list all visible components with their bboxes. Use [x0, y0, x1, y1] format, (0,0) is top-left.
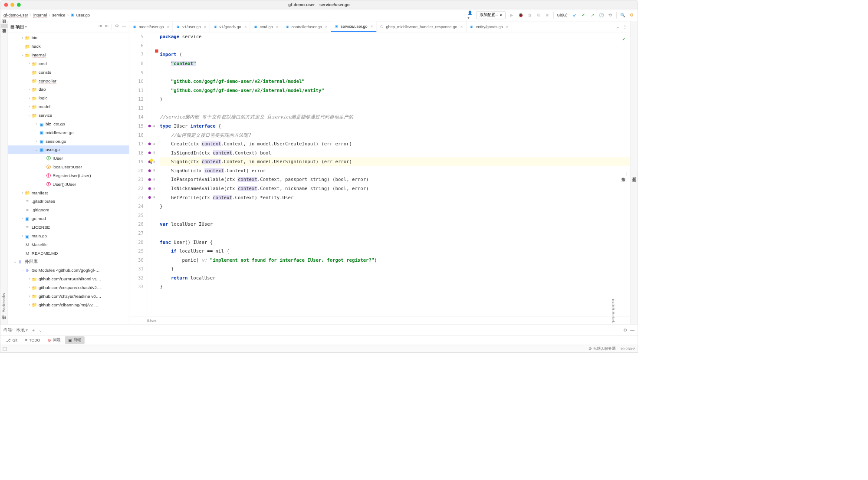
coverage-button[interactable]: ◑	[526, 12, 532, 18]
inspection-ok-icon[interactable]: ✔	[622, 34, 625, 43]
tool-tab-terminal[interactable]: ▣终端	[65, 336, 85, 344]
marker-gutter[interactable]: ⬇⬇⬇⬇💡⬇⬇⬇⬇	[147, 32, 159, 316]
code-line[interactable]: SignOut(ctx context.Context) error	[160, 166, 630, 175]
code-line[interactable]: var localUser IUser	[160, 220, 630, 229]
tool-tab-project[interactable]: 项目	[0, 24, 7, 28]
code-line[interactable]: )	[160, 95, 630, 104]
line-number[interactable]: 15	[129, 122, 144, 131]
status-caret-position[interactable]: 19:239:2	[620, 347, 635, 351]
vcs-commit-icon[interactable]: ✔	[581, 12, 586, 18]
tree-row[interactable]: ⒾIUser	[8, 154, 129, 163]
project-tree[interactable]: ›📁bin📁hack⌄📁internal›📁cmd📁consts📁control…	[8, 32, 129, 324]
breadcrumb-item[interactable]: service	[52, 13, 65, 17]
chevron-icon[interactable]: ›	[27, 286, 31, 289]
collapse-all-icon[interactable]: ⇤	[105, 23, 108, 30]
line-number[interactable]: 12	[129, 95, 144, 104]
terminal-session-selector[interactable]: 本地 ▾	[16, 327, 28, 333]
tree-row[interactable]: ›📁logic	[8, 94, 129, 102]
vcs-rollback-icon[interactable]: ⟲	[607, 12, 613, 18]
tree-row[interactable]: ›📁cmd	[8, 59, 129, 68]
code-line[interactable]: func User() IUser {	[160, 238, 630, 247]
line-number[interactable]: 24	[129, 202, 144, 211]
debug-button[interactable]: 🐞	[518, 12, 523, 18]
tree-row[interactable]: ›📁manifest	[8, 188, 129, 197]
vcs-push-icon[interactable]: ↗	[589, 12, 595, 18]
implements-marker-icon[interactable]: ⬇	[153, 142, 155, 145]
line-number[interactable]: 17	[129, 139, 144, 148]
code-line[interactable]: GetProfile(ctx context.Context) *entity.…	[160, 193, 630, 202]
tree-row[interactable]: ⌄⊪外部库	[8, 257, 129, 266]
tree-row[interactable]: ›📁dao	[8, 85, 129, 94]
editor-tab[interactable]: ▣v1/user.go×	[173, 21, 210, 32]
code-line[interactable]: "context"	[160, 59, 630, 68]
status-server[interactable]: ⊘ 无默认服务器	[589, 346, 616, 351]
code-line[interactable]: return localUser	[160, 273, 630, 283]
close-icon[interactable]: ×	[167, 24, 169, 29]
tool-tab-bookmarks[interactable]: Bookmarks	[1, 291, 7, 314]
chevron-icon[interactable]: ⌄	[20, 269, 24, 272]
implements-marker-icon[interactable]: ⬇	[153, 196, 155, 199]
tree-row[interactable]: 📁controller	[8, 76, 129, 85]
line-number[interactable]: 21	[129, 175, 144, 184]
code-line[interactable]	[160, 41, 630, 50]
line-number[interactable]: 33	[129, 282, 144, 291]
zoom-window-button[interactable]	[17, 3, 21, 7]
code-line[interactable]: import (	[160, 50, 630, 59]
line-number[interactable]: 7	[129, 50, 144, 59]
code-line[interactable]: }	[160, 264, 630, 273]
line-number[interactable]: 20	[129, 166, 144, 175]
tree-row[interactable]: ⌄📁service	[8, 111, 129, 120]
kebab-icon[interactable]: ⋮	[623, 24, 627, 29]
code-editor[interactable]: ✔ package service import ( "context" "gi…	[159, 32, 630, 316]
chevron-icon[interactable]: ›	[27, 62, 31, 66]
line-number[interactable]: 14	[129, 112, 144, 122]
chevron-icon[interactable]: ›	[27, 294, 31, 298]
line-number[interactable]: 6	[129, 41, 144, 50]
tree-row[interactable]: ⌄📁internal	[8, 51, 129, 59]
gear-icon[interactable]: ⚙	[623, 328, 627, 332]
close-icon[interactable]: ×	[244, 24, 247, 29]
code-line[interactable]: }	[160, 282, 630, 291]
line-number[interactable]: 9	[129, 68, 144, 77]
code-line[interactable]: //如何预定义接口需要实现的方法呢?	[160, 131, 630, 140]
implements-marker-icon[interactable]: ⬇	[153, 178, 155, 181]
breadcrumb-item[interactable]: gf-demo-user	[3, 13, 28, 18]
tool-tab-pull-requests[interactable]: 拉取请求	[0, 34, 7, 38]
line-number[interactable]: 8	[129, 59, 144, 68]
implements-marker-icon[interactable]: ⬇	[153, 169, 155, 172]
line-number[interactable]: 23	[129, 193, 144, 202]
line-number[interactable]: 25	[129, 211, 144, 220]
tool-tab-git[interactable]: ⎇Git	[3, 337, 21, 344]
code-line[interactable]: IsPassportAvailable(ctx context.Context,…	[160, 175, 630, 184]
chevron-icon[interactable]: ›	[27, 88, 31, 91]
tree-row[interactable]: ▣middleware.go	[8, 128, 129, 137]
tree-row[interactable]: ›▣biz_ctx.go	[8, 120, 129, 128]
terminal-add-icon[interactable]: ＋	[31, 327, 36, 333]
tree-row[interactable]: ⓕRegisterUser(IUser)	[8, 171, 129, 180]
chevron-icon[interactable]: ⌄	[13, 260, 17, 263]
tool-tab-structure[interactable]: 结构	[0, 321, 7, 325]
line-number[interactable]: 11	[129, 86, 144, 95]
hide-icon[interactable]: —	[630, 328, 635, 332]
editor-tab[interactable]: ⬡ghttp_middleware_handler_response.go×	[376, 21, 466, 32]
code-line[interactable]: IsNicknameAvailable(ctx context.Context,…	[160, 184, 630, 193]
tree-row[interactable]: ›📁github.com/cespare/xxhash/v2…	[8, 283, 129, 292]
code-line[interactable]	[160, 211, 630, 220]
tree-row[interactable]: ⓥlocalUser:IUser	[8, 163, 129, 171]
tree-row[interactable]: ›▣session.go	[8, 137, 129, 145]
terminal-chevron-icon[interactable]: ⌄	[39, 328, 42, 332]
implements-marker-icon[interactable]: ⬇	[153, 151, 155, 155]
project-view-selector[interactable]: ▤ 项目 ▾	[10, 24, 26, 30]
tree-row[interactable]: ≡.gitignore	[8, 206, 129, 214]
vcs-history-icon[interactable]: 🕑	[598, 12, 604, 18]
chevron-icon[interactable]: ⌄	[27, 114, 31, 117]
tree-row[interactable]: ›📁bin	[8, 33, 129, 42]
line-number[interactable]: 19	[129, 157, 144, 166]
chevron-icon[interactable]: ›	[27, 277, 31, 281]
intention-bulb-icon[interactable]: 💡	[148, 158, 154, 164]
tree-row[interactable]: ≡LICENSE	[8, 223, 129, 232]
line-number[interactable]: 16	[129, 131, 144, 140]
stop-button[interactable]: ■	[545, 12, 550, 18]
line-number[interactable]: 30	[129, 256, 144, 265]
line-number[interactable]: 13	[129, 104, 144, 113]
